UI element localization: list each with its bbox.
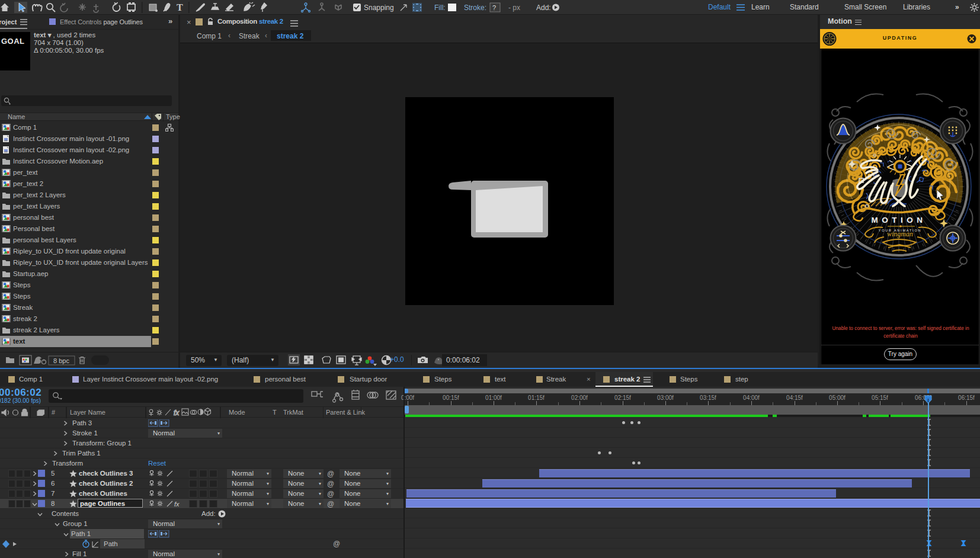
svg-text:Add:: Add: (536, 4, 551, 12)
svg-text:MOTION: MOTION (872, 216, 927, 225)
svg-text:- px: - px (508, 4, 520, 12)
svg-text:Fill:: Fill: (434, 4, 446, 12)
svg-text:wingman: wingman (887, 230, 913, 238)
svg-text:?: ? (492, 4, 496, 11)
svg-text:8 bpc: 8 bpc (53, 357, 69, 364)
svg-text:T: T (177, 2, 183, 12)
svg-text:Snapping: Snapping (364, 4, 394, 12)
svg-text:Stroke:: Stroke: (464, 4, 486, 12)
